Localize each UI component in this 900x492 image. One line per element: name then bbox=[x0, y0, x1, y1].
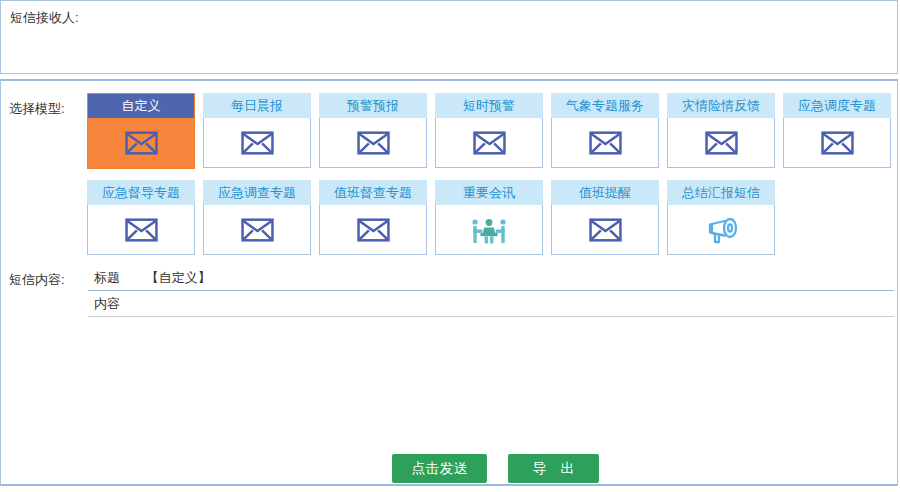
envelope-icon bbox=[705, 131, 738, 155]
envelope-icon bbox=[357, 131, 390, 155]
sms-title-field[interactable]: 标题 【自定义】 bbox=[88, 265, 894, 291]
envelope-icon bbox=[589, 131, 622, 155]
template-tile-emergency-supervision[interactable]: 应急督导专题 bbox=[87, 180, 195, 255]
template-tile-label: 值班督查专题 bbox=[319, 180, 427, 205]
template-grid: 自定义 每日晨报 预警预报 短时预警 气象专题服务 灾情险情反馈 bbox=[87, 93, 899, 255]
template-tile-label: 总结汇报短信 bbox=[667, 180, 775, 205]
send-button[interactable]: 点击发送 bbox=[392, 454, 487, 483]
envelope-icon bbox=[125, 131, 158, 155]
template-tile-label: 气象专题服务 bbox=[551, 93, 659, 118]
template-tile-label: 预警预报 bbox=[319, 93, 427, 118]
template-tile-important-meeting[interactable]: 重要会讯 bbox=[435, 180, 543, 255]
main-panel: 选择模型: 自定义 每日晨报 预警预报 短时预警 气象专题服务 bbox=[0, 79, 898, 486]
template-tile-warning-forecast[interactable]: 预警预报 bbox=[319, 93, 427, 169]
megaphone-icon bbox=[705, 216, 738, 244]
envelope-icon bbox=[241, 131, 274, 155]
envelope-icon bbox=[821, 131, 854, 155]
title-value: 【自定义】 bbox=[146, 270, 211, 285]
envelope-icon bbox=[589, 218, 622, 242]
template-tile-label: 自定义 bbox=[88, 94, 194, 118]
title-label: 标题 bbox=[94, 270, 120, 285]
envelope-icon bbox=[125, 218, 158, 242]
template-tile-disaster-feedback[interactable]: 灾情险情反馈 bbox=[667, 93, 775, 169]
template-tile-emergency-dispatch[interactable]: 应急调度专题 bbox=[783, 93, 891, 169]
template-tile-label: 每日晨报 bbox=[203, 93, 311, 118]
template-tile-daily-morning-report[interactable]: 每日晨报 bbox=[203, 93, 311, 169]
template-tile-duty-inspection[interactable]: 值班督查专题 bbox=[319, 180, 427, 255]
envelope-icon bbox=[241, 218, 274, 242]
export-button[interactable]: 导 出 bbox=[508, 454, 599, 483]
template-tile-label: 短时预警 bbox=[435, 93, 543, 118]
template-tile-weather-special-service[interactable]: 气象专题服务 bbox=[551, 93, 659, 169]
meeting-icon bbox=[471, 215, 507, 244]
template-tile-label: 应急调查专题 bbox=[203, 180, 311, 205]
sms-content-label: 短信内容: bbox=[9, 271, 65, 289]
sms-body-field[interactable]: 内容 bbox=[88, 291, 894, 317]
recipients-input[interactable] bbox=[91, 7, 891, 69]
template-tile-label: 应急督导专题 bbox=[87, 180, 195, 205]
template-tile-label: 应急调度专题 bbox=[783, 93, 891, 118]
template-tile-label: 灾情险情反馈 bbox=[667, 93, 775, 118]
model-selector-label: 选择模型: bbox=[9, 100, 65, 118]
body-label: 内容 bbox=[94, 296, 120, 311]
template-tile-label: 重要会讯 bbox=[435, 180, 543, 205]
envelope-icon bbox=[357, 218, 390, 242]
recipients-label: 短信接收人: bbox=[10, 9, 79, 27]
template-tile-emergency-investigation[interactable]: 应急调查专题 bbox=[203, 180, 311, 255]
envelope-icon bbox=[473, 131, 506, 155]
template-tile-label: 值班提醒 bbox=[551, 180, 659, 205]
template-tile-custom[interactable]: 自定义 bbox=[87, 93, 195, 169]
template-tile-summary-report-sms[interactable]: 总结汇报短信 bbox=[667, 180, 775, 255]
recipients-section: 短信接收人: bbox=[0, 0, 898, 74]
template-tile-short-term-warning[interactable]: 短时预警 bbox=[435, 93, 543, 169]
template-tile-duty-reminder[interactable]: 值班提醒 bbox=[551, 180, 659, 255]
sms-send-page: 短信接收人: 选择模型: 自定义 每日晨报 预警预报 短时预警 bbox=[0, 0, 900, 492]
